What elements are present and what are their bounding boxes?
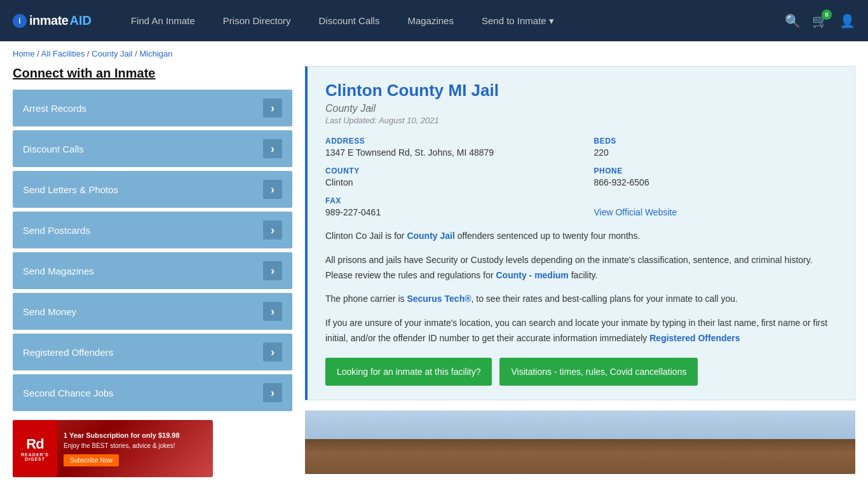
arrow-icon: › — [263, 98, 282, 118]
securus-link[interactable]: Securus Tech® — [407, 294, 471, 304]
site-logo[interactable]: i inmateAID — [13, 13, 92, 28]
phone-value: 866-932-6506 — [594, 177, 837, 187]
breadcrumb: Home / All Facilities / County Jail / Mi… — [0, 41, 868, 66]
address-value: 1347 E Townsend Rd, St. Johns, MI 48879 — [325, 147, 569, 158]
breadcrumb-county-jail[interactable]: County Jail — [92, 49, 132, 58]
breadcrumb-home[interactable]: Home — [13, 49, 35, 58]
cart-icon[interactable]: 🛒 0 — [812, 13, 828, 29]
facility-card: Clinton County MI Jail County Jail Last … — [305, 66, 855, 400]
sidebar-label-send-letters: Send Letters & Photos — [23, 184, 118, 195]
logo-aid-text: AID — [69, 13, 91, 28]
desc-para-1: Clinton Co Jail is for County Jail offen… — [325, 229, 837, 244]
address-block: ADDRESS 1347 E Townsend Rd, St. Johns, M… — [325, 137, 569, 158]
sidebar-label-send-money: Send Money — [23, 306, 76, 317]
beds-label: BEDS — [594, 137, 837, 146]
ad-offer: 1 Year Subscription for only $19.98 — [64, 431, 180, 439]
registered-offenders-link[interactable]: Registered Offenders — [649, 333, 740, 343]
lookup-inmate-button[interactable]: Looking for an inmate at this facility? — [325, 358, 492, 386]
facility-description: Clinton Co Jail is for County Jail offen… — [325, 229, 837, 346]
facility-updated: Last Updated: August 10, 2021 — [325, 116, 837, 125]
arrow-icon: › — [263, 302, 282, 321]
website-block: View Official Website — [594, 196, 837, 217]
sidebar-item-arrest-records[interactable]: Arrest Records › — [13, 90, 292, 126]
arrow-icon: › — [263, 383, 282, 402]
address-label: ADDRESS — [325, 137, 569, 146]
sidebar-item-send-letters[interactable]: Send Letters & Photos › — [13, 171, 292, 208]
arrow-icon: › — [263, 342, 282, 362]
sidebar-item-send-postcards[interactable]: Send Postcards › — [13, 212, 292, 248]
arrow-icon: › — [263, 180, 282, 199]
website-spacer — [594, 196, 837, 205]
navbar: i inmateAID Find An Inmate Prison Direct… — [0, 0, 868, 41]
phone-label: PHONE — [594, 166, 837, 175]
county-label: COUNTY — [325, 166, 569, 175]
beds-value: 220 — [594, 147, 837, 158]
content-area: Clinton County MI Jail County Jail Last … — [305, 66, 855, 477]
ad-content: 1 Year Subscription for only $19.98 Enjo… — [57, 426, 186, 471]
county-medium-link[interactable]: County - medium — [496, 270, 568, 280]
nav-magazines[interactable]: Magazines — [393, 0, 468, 41]
sidebar-item-send-money[interactable]: Send Money › — [13, 293, 292, 330]
arrow-icon: › — [263, 139, 282, 158]
search-icon[interactable]: 🔍 — [785, 13, 801, 29]
fax-block: FAX 989-227-0461 — [325, 196, 569, 217]
phone-block: PHONE 866-932-6506 — [594, 166, 837, 187]
main-container: Connect with an Inmate Arrest Records › … — [0, 66, 868, 488]
nav-links: Find An Inmate Prison Directory Discount… — [117, 0, 785, 41]
facility-name: Clinton County MI Jail — [325, 81, 837, 100]
user-icon[interactable]: 👤 — [839, 13, 855, 29]
ad-subscribe-button[interactable]: Subscribe Now — [64, 454, 119, 466]
nav-send-to-inmate[interactable]: Send to Inmate ▾ — [468, 0, 568, 41]
desc-para-4: If you are unsure of your inmate's locat… — [325, 316, 837, 346]
action-buttons: Looking for an inmate at this facility? … — [325, 358, 837, 386]
sidebar-label-second-chance-jobs: Second Chance Jobs — [23, 388, 114, 398]
beds-block: BEDS 220 — [594, 137, 837, 158]
sidebar-item-send-magazines[interactable]: Send Magazines › — [13, 252, 292, 289]
ad-banner[interactable]: Rd READER'SDIGEST 1 Year Subscription fo… — [13, 420, 213, 477]
fax-value: 989-227-0461 — [325, 207, 569, 217]
sidebar-item-second-chance-jobs[interactable]: Second Chance Jobs › — [13, 374, 292, 411]
logo-icon: i — [13, 14, 27, 28]
visitation-button[interactable]: Visitations - times, rules, Covid cancel… — [499, 358, 698, 386]
desc-para-2: All prisons and jails have Security or C… — [325, 253, 837, 283]
ad-description: Enjoy the BEST stories, advice & jokes! — [64, 442, 180, 451]
arrow-icon: › — [263, 220, 282, 240]
sidebar-label-registered-offenders: Registered Offenders — [23, 347, 113, 358]
nav-prison-directory[interactable]: Prison Directory — [209, 0, 305, 41]
breadcrumb-michigan[interactable]: Michigan — [139, 49, 172, 58]
facility-type: County Jail — [325, 103, 837, 114]
sidebar-item-discount-calls[interactable]: Discount Calls › — [13, 130, 292, 167]
sidebar-label-send-magazines: Send Magazines — [23, 266, 94, 276]
logo-inmate-text: inmate — [29, 13, 68, 28]
facility-info-grid: ADDRESS 1347 E Townsend Rd, St. Johns, M… — [325, 137, 837, 217]
nav-icons: 🔍 🛒 0 👤 — [785, 13, 855, 29]
nav-discount-calls[interactable]: Discount Calls — [305, 0, 394, 41]
facility-photo — [305, 410, 855, 474]
county-value: Clinton — [325, 177, 569, 187]
sidebar-label-discount-calls: Discount Calls — [23, 144, 84, 154]
sidebar: Connect with an Inmate Arrest Records › … — [13, 66, 292, 477]
sidebar-label-send-postcards: Send Postcards — [23, 225, 90, 236]
breadcrumb-all-facilities[interactable]: All Facilities — [41, 49, 85, 58]
nav-find-inmate[interactable]: Find An Inmate — [117, 0, 209, 41]
connect-heading: Connect with an Inmate — [13, 66, 292, 81]
photo-trees — [305, 439, 855, 474]
county-jail-link-1[interactable]: County Jail — [407, 231, 454, 241]
official-website-link[interactable]: View Official Website — [594, 207, 677, 217]
ad-logo: Rd READER'SDIGEST — [13, 420, 57, 477]
desc-para-3: The phone carrier is Securus Tech®, to s… — [325, 292, 837, 307]
sidebar-label-arrest-records: Arrest Records — [23, 103, 86, 114]
sidebar-item-registered-offenders[interactable]: Registered Offenders › — [13, 334, 292, 370]
cart-badge: 0 — [822, 10, 832, 20]
county-block: COUNTY Clinton — [325, 166, 569, 187]
arrow-icon: › — [263, 261, 282, 280]
fax-label: FAX — [325, 196, 569, 205]
